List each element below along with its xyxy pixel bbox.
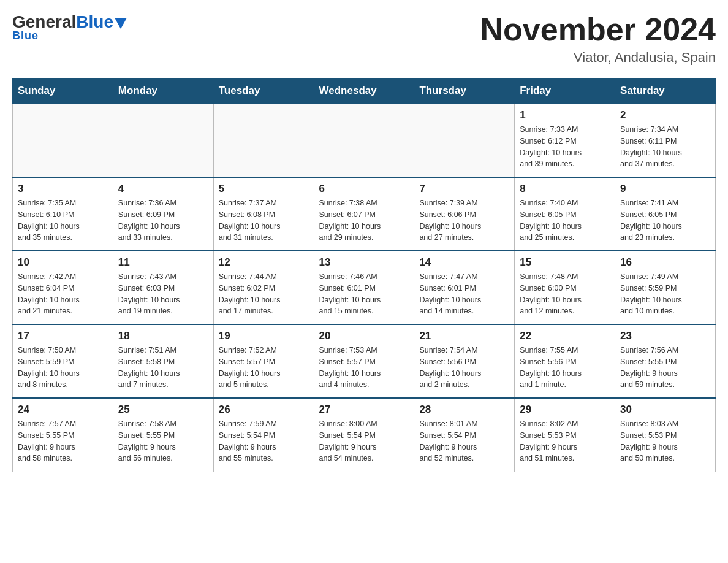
day-info: Sunrise: 7:35 AM Sunset: 6:10 PM Dayligh… (18, 197, 108, 243)
calendar-header: SundayMondayTuesdayWednesdayThursdayFrid… (13, 79, 716, 104)
day-number: 21 (419, 330, 509, 342)
day-number: 1 (520, 109, 610, 121)
calendar-cell: 9Sunrise: 7:41 AM Sunset: 6:05 PM Daylig… (615, 177, 716, 251)
calendar-cell: 23Sunrise: 7:56 AM Sunset: 5:55 PM Dayli… (615, 324, 716, 398)
calendar-cell: 25Sunrise: 7:58 AM Sunset: 5:55 PM Dayli… (113, 398, 213, 472)
calendar-cell: 16Sunrise: 7:49 AM Sunset: 5:59 PM Dayli… (615, 251, 716, 324)
calendar-cell: 29Sunrise: 8:02 AM Sunset: 5:53 PM Dayli… (515, 398, 615, 472)
day-info: Sunrise: 7:58 AM Sunset: 5:55 PM Dayligh… (118, 418, 208, 464)
calendar-cell: 27Sunrise: 8:00 AM Sunset: 5:54 PM Dayli… (314, 398, 414, 472)
logo-blue-text: Blue (76, 12, 113, 32)
day-info: Sunrise: 7:38 AM Sunset: 6:07 PM Dayligh… (319, 197, 409, 243)
day-info: Sunrise: 7:41 AM Sunset: 6:05 PM Dayligh… (620, 197, 710, 243)
calendar-cell: 2Sunrise: 7:34 AM Sunset: 6:11 PM Daylig… (615, 104, 716, 177)
calendar-cell: 12Sunrise: 7:44 AM Sunset: 6:02 PM Dayli… (213, 251, 314, 324)
calendar-cell (213, 104, 314, 177)
day-number: 28 (419, 404, 509, 416)
calendar-cell: 26Sunrise: 7:59 AM Sunset: 5:54 PM Dayli… (213, 398, 314, 472)
day-number: 19 (219, 330, 309, 342)
day-info: Sunrise: 7:44 AM Sunset: 6:02 PM Dayligh… (219, 271, 309, 317)
calendar-cell: 28Sunrise: 8:01 AM Sunset: 5:54 PM Dayli… (414, 398, 515, 472)
day-info: Sunrise: 7:39 AM Sunset: 6:06 PM Dayligh… (419, 197, 509, 243)
day-info: Sunrise: 7:40 AM Sunset: 6:05 PM Dayligh… (520, 197, 610, 243)
calendar-cell (414, 104, 515, 177)
day-number: 20 (319, 330, 409, 342)
day-info: Sunrise: 7:59 AM Sunset: 5:54 PM Dayligh… (219, 418, 309, 464)
day-info: Sunrise: 7:33 AM Sunset: 6:12 PM Dayligh… (520, 124, 610, 170)
day-info: Sunrise: 8:03 AM Sunset: 5:53 PM Dayligh… (620, 418, 710, 464)
logo-triangle-icon (115, 18, 127, 29)
day-number: 12 (219, 256, 309, 269)
logo-area: GeneralBlue Blue (12, 12, 127, 42)
day-number: 27 (319, 404, 409, 416)
day-info: Sunrise: 7:34 AM Sunset: 6:11 PM Dayligh… (620, 124, 710, 170)
day-info: Sunrise: 7:43 AM Sunset: 6:03 PM Dayligh… (118, 271, 208, 317)
weekday-header-tuesday: Tuesday (213, 79, 314, 104)
calendar-week-row: 24Sunrise: 7:57 AM Sunset: 5:55 PM Dayli… (13, 398, 716, 472)
day-number: 22 (520, 330, 610, 342)
calendar-cell: 7Sunrise: 7:39 AM Sunset: 6:06 PM Daylig… (414, 177, 515, 251)
day-number: 30 (620, 404, 710, 416)
calendar-week-row: 17Sunrise: 7:50 AM Sunset: 5:59 PM Dayli… (13, 324, 716, 398)
weekday-header-saturday: Saturday (615, 79, 716, 104)
day-info: Sunrise: 7:52 AM Sunset: 5:57 PM Dayligh… (219, 345, 309, 391)
weekday-header-monday: Monday (113, 79, 213, 104)
calendar-cell: 5Sunrise: 7:37 AM Sunset: 6:08 PM Daylig… (213, 177, 314, 251)
calendar-cell (113, 104, 213, 177)
day-info: Sunrise: 7:53 AM Sunset: 5:57 PM Dayligh… (319, 345, 409, 391)
weekday-header-wednesday: Wednesday (314, 79, 414, 104)
day-number: 4 (118, 183, 208, 195)
calendar-week-row: 3Sunrise: 7:35 AM Sunset: 6:10 PM Daylig… (13, 177, 716, 251)
calendar-cell: 14Sunrise: 7:47 AM Sunset: 6:01 PM Dayli… (414, 251, 515, 324)
day-info: Sunrise: 7:54 AM Sunset: 5:56 PM Dayligh… (419, 345, 509, 391)
calendar-cell: 10Sunrise: 7:42 AM Sunset: 6:04 PM Dayli… (13, 251, 113, 324)
location-title: Viator, Andalusia, Spain (480, 50, 716, 66)
weekday-header-friday: Friday (515, 79, 615, 104)
day-info: Sunrise: 8:01 AM Sunset: 5:54 PM Dayligh… (419, 418, 509, 464)
day-number: 15 (520, 256, 610, 269)
calendar-cell: 4Sunrise: 7:36 AM Sunset: 6:09 PM Daylig… (113, 177, 213, 251)
calendar-cell (314, 104, 414, 177)
day-info: Sunrise: 7:56 AM Sunset: 5:55 PM Dayligh… (620, 345, 710, 391)
calendar-cell: 13Sunrise: 7:46 AM Sunset: 6:01 PM Dayli… (314, 251, 414, 324)
calendar-cell: 24Sunrise: 7:57 AM Sunset: 5:55 PM Dayli… (13, 398, 113, 472)
calendar-cell: 6Sunrise: 7:38 AM Sunset: 6:07 PM Daylig… (314, 177, 414, 251)
day-number: 23 (620, 330, 710, 342)
calendar-table: SundayMondayTuesdayWednesdayThursdayFrid… (12, 78, 716, 472)
calendar-cell: 1Sunrise: 7:33 AM Sunset: 6:12 PM Daylig… (515, 104, 615, 177)
day-number: 24 (18, 404, 108, 416)
calendar-cell (13, 104, 113, 177)
day-number: 13 (319, 256, 409, 269)
calendar-week-row: 1Sunrise: 7:33 AM Sunset: 6:12 PM Daylig… (13, 104, 716, 177)
weekday-header-thursday: Thursday (414, 79, 515, 104)
day-number: 18 (118, 330, 208, 342)
day-info: Sunrise: 8:00 AM Sunset: 5:54 PM Dayligh… (319, 418, 409, 464)
calendar-cell: 21Sunrise: 7:54 AM Sunset: 5:56 PM Dayli… (414, 324, 515, 398)
calendar-body: 1Sunrise: 7:33 AM Sunset: 6:12 PM Daylig… (13, 104, 716, 472)
header: GeneralBlue Blue November 2024 Viator, A… (12, 12, 716, 66)
day-number: 25 (118, 404, 208, 416)
day-info: Sunrise: 7:36 AM Sunset: 6:09 PM Dayligh… (118, 197, 208, 243)
calendar-cell: 15Sunrise: 7:48 AM Sunset: 6:00 PM Dayli… (515, 251, 615, 324)
day-number: 9 (620, 183, 710, 195)
day-number: 17 (18, 330, 108, 342)
day-info: Sunrise: 7:46 AM Sunset: 6:01 PM Dayligh… (319, 271, 409, 317)
day-info: Sunrise: 7:50 AM Sunset: 5:59 PM Dayligh… (18, 345, 108, 391)
month-title: November 2024 (480, 12, 716, 47)
day-info: Sunrise: 7:47 AM Sunset: 6:01 PM Dayligh… (419, 271, 509, 317)
day-info: Sunrise: 7:57 AM Sunset: 5:55 PM Dayligh… (18, 418, 108, 464)
day-number: 11 (118, 256, 208, 269)
calendar-cell: 19Sunrise: 7:52 AM Sunset: 5:57 PM Dayli… (213, 324, 314, 398)
day-number: 8 (520, 183, 610, 195)
day-number: 26 (219, 404, 309, 416)
day-number: 29 (520, 404, 610, 416)
day-number: 16 (620, 256, 710, 269)
day-number: 2 (620, 109, 710, 121)
calendar-cell: 22Sunrise: 7:55 AM Sunset: 5:56 PM Dayli… (515, 324, 615, 398)
day-number: 6 (319, 183, 409, 195)
calendar-week-row: 10Sunrise: 7:42 AM Sunset: 6:04 PM Dayli… (13, 251, 716, 324)
day-info: Sunrise: 7:55 AM Sunset: 5:56 PM Dayligh… (520, 345, 610, 391)
day-number: 14 (419, 256, 509, 269)
calendar-cell: 18Sunrise: 7:51 AM Sunset: 5:58 PM Dayli… (113, 324, 213, 398)
day-info: Sunrise: 7:49 AM Sunset: 5:59 PM Dayligh… (620, 271, 710, 317)
